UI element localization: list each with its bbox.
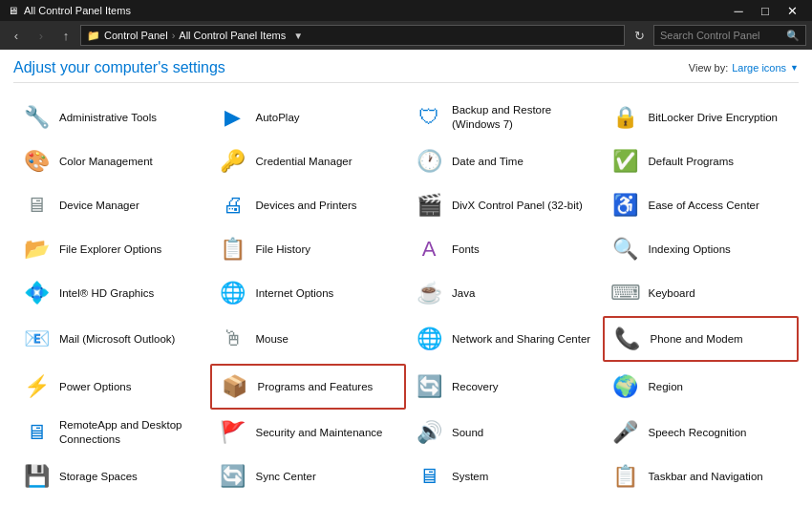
- back-button[interactable]: ‹: [6, 25, 27, 46]
- mail-label: Mail (Microsoft Outlook): [59, 332, 175, 347]
- control-item-windows-mobility[interactable]: 💻Windows Mobility Center: [603, 499, 800, 506]
- forward-button[interactable]: ›: [31, 25, 52, 46]
- file-history-label: File History: [256, 242, 311, 257]
- control-item-device-manager[interactable]: 🖥Device Manager: [13, 184, 210, 226]
- autoplay-icon: ▶: [218, 102, 248, 133]
- control-item-taskbar-navigation[interactable]: 📋Taskbar and Navigation: [603, 455, 800, 497]
- devices-printers-label: Devices and Printers: [256, 199, 357, 213]
- up-button[interactable]: ↑: [55, 25, 76, 46]
- control-item-intel-hd[interactable]: 💠Intel® HD Graphics: [13, 272, 210, 314]
- ease-access-icon: ♿: [610, 190, 641, 221]
- control-item-mail[interactable]: 📧Mail (Microsoft Outlook): [13, 316, 210, 362]
- control-item-file-history[interactable]: 📋File History: [210, 228, 407, 270]
- control-item-bitlocker[interactable]: 🔒BitLocker Drive Encryption: [603, 96, 800, 138]
- main-content: Adjust your computer's settings View by:…: [0, 50, 812, 506]
- color-management-label: Color Management: [59, 155, 153, 169]
- recovery-label: Recovery: [452, 380, 499, 394]
- control-item-sound[interactable]: 🔊Sound: [406, 411, 603, 453]
- control-item-divx-control[interactable]: 🎬DivX Control Panel (32-bit): [406, 184, 603, 226]
- control-item-credential-manager[interactable]: 🔑Credential Manager: [210, 140, 407, 182]
- control-item-programs-features[interactable]: 📦Programs and Features: [210, 364, 407, 410]
- programs-features-icon: 📦: [220, 371, 250, 402]
- control-item-backup-restore[interactable]: 🛡Backup and Restore (Windows 7): [406, 96, 603, 138]
- control-item-speech-recognition[interactable]: 🎤Speech Recognition: [603, 411, 800, 453]
- administrative-tools-icon: 🔧: [21, 102, 52, 133]
- remoteapp-icon: 🖥: [21, 417, 52, 448]
- internet-options-label: Internet Options: [256, 286, 334, 301]
- view-by-label: View by:: [689, 62, 728, 74]
- mail-icon: 📧: [21, 324, 52, 354]
- control-item-default-programs[interactable]: ✅Default Programs: [603, 140, 800, 182]
- sync-center-label: Sync Center: [256, 470, 316, 484]
- control-item-administrative-tools[interactable]: 🔧Administrative Tools: [13, 96, 210, 138]
- path-dropdown-button[interactable]: ▼: [293, 31, 303, 41]
- fonts-label: Fonts: [452, 242, 480, 257]
- page-header: Adjust your computer's settings View by:…: [13, 59, 799, 83]
- control-item-system[interactable]: 🖥System: [406, 455, 603, 497]
- indexing-options-icon: 🔍: [610, 234, 641, 264]
- network-sharing-label: Network and Sharing Center: [452, 332, 590, 347]
- control-item-recovery[interactable]: 🔄Recovery: [406, 364, 603, 410]
- search-box[interactable]: Search Control Panel 🔍: [653, 25, 806, 46]
- intel-hd-label: Intel® HD Graphics: [59, 286, 154, 301]
- device-manager-icon: 🖥: [21, 190, 52, 221]
- control-item-java[interactable]: ☕Java: [406, 272, 603, 314]
- backup-restore-label: Backup and Restore (Windows 7): [452, 103, 595, 132]
- control-item-troubleshooting[interactable]: 🔧Troubleshooting: [13, 499, 210, 506]
- folder-icon: 📁: [87, 30, 100, 42]
- storage-spaces-icon: 💾: [21, 461, 52, 492]
- control-item-indexing-options[interactable]: 🔍Indexing Options: [603, 228, 800, 270]
- java-label: Java: [452, 286, 475, 301]
- control-item-region[interactable]: 🌍Region: [603, 364, 800, 410]
- close-button[interactable]: ✕: [780, 1, 804, 20]
- title-bar: 🖥 All Control Panel Items ─ □ ✕: [0, 0, 812, 21]
- control-item-sync-center[interactable]: 🔄Sync Center: [210, 455, 407, 497]
- control-item-devices-printers[interactable]: 🖨Devices and Printers: [210, 184, 407, 226]
- control-item-keyboard[interactable]: ⌨Keyboard: [603, 272, 800, 314]
- control-item-power-options[interactable]: ⚡Power Options: [13, 364, 210, 410]
- control-item-color-management[interactable]: 🎨Color Management: [13, 140, 210, 182]
- control-item-network-sharing[interactable]: 🌐Network and Sharing Center: [406, 316, 603, 362]
- speech-recognition-label: Speech Recognition: [649, 426, 747, 440]
- phone-modem-label: Phone and Modem: [651, 332, 743, 347]
- view-by-value[interactable]: Large icons: [732, 62, 786, 74]
- control-item-fonts[interactable]: AFonts: [406, 228, 603, 270]
- device-manager-label: Device Manager: [59, 199, 139, 213]
- control-item-internet-options[interactable]: 🌐Internet Options: [210, 272, 407, 314]
- maximize-button[interactable]: □: [753, 1, 778, 20]
- default-programs-icon: ✅: [610, 146, 641, 177]
- indexing-options-label: Indexing Options: [649, 242, 731, 257]
- region-label: Region: [649, 380, 683, 394]
- path-separator: ›: [172, 30, 176, 41]
- control-item-date-time[interactable]: 🕐Date and Time: [406, 140, 603, 182]
- sound-icon: 🔊: [414, 417, 444, 448]
- refresh-button[interactable]: ↻: [629, 25, 650, 46]
- control-item-ease-access[interactable]: ♿Ease of Access Center: [603, 184, 800, 226]
- storage-spaces-label: Storage Spaces: [59, 470, 138, 484]
- minimize-button[interactable]: ─: [726, 1, 751, 20]
- control-item-windows-defender[interactable]: 🛡Windows Defender Firewall: [406, 499, 603, 506]
- address-path[interactable]: 📁 Control Panel › All Control Panel Item…: [80, 25, 625, 46]
- mouse-icon: 🖱: [218, 324, 248, 354]
- control-item-file-explorer[interactable]: 📂File Explorer Options: [13, 228, 210, 270]
- taskbar-navigation-icon: 📋: [610, 461, 641, 492]
- programs-features-label: Programs and Features: [258, 380, 374, 394]
- control-item-autoplay[interactable]: ▶AutoPlay: [210, 96, 407, 138]
- sync-center-icon: 🔄: [218, 461, 248, 492]
- region-icon: 🌍: [610, 371, 641, 402]
- control-item-security-maintenance[interactable]: 🚩Security and Maintenance: [210, 411, 407, 453]
- credential-manager-label: Credential Manager: [256, 155, 353, 169]
- control-item-mouse[interactable]: 🖱Mouse: [210, 316, 407, 362]
- control-item-remoteapp[interactable]: 🖥RemoteApp and Desktop Connections: [13, 411, 210, 453]
- view-by-arrow-icon: ▼: [790, 63, 799, 73]
- keyboard-label: Keyboard: [649, 286, 695, 301]
- control-item-phone-modem[interactable]: 📞Phone and Modem: [603, 316, 800, 362]
- autoplay-label: AutoPlay: [256, 111, 300, 125]
- control-item-user-accounts[interactable]: 👤User Accounts: [210, 499, 407, 506]
- system-icon: 🖥: [414, 461, 444, 492]
- control-item-storage-spaces[interactable]: 💾Storage Spaces: [13, 455, 210, 497]
- sound-label: Sound: [452, 426, 483, 440]
- credential-manager-icon: 🔑: [218, 146, 248, 177]
- mouse-label: Mouse: [256, 332, 289, 347]
- address-bar: ‹ › ↑ 📁 Control Panel › All Control Pane…: [0, 21, 812, 50]
